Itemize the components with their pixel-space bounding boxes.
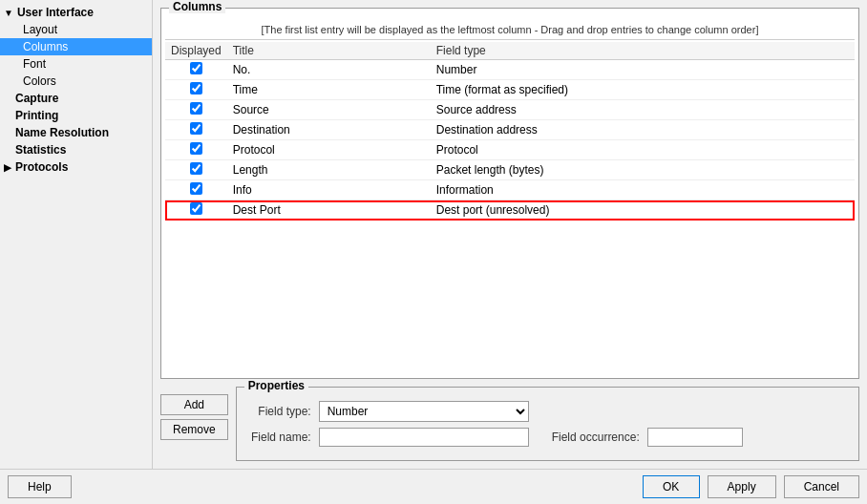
row-field-type: Dest port (unresolved) xyxy=(431,200,855,220)
row-title: Protocol xyxy=(227,140,431,160)
table-row[interactable]: SourceSource address xyxy=(165,100,855,120)
row-title: Time xyxy=(227,80,431,100)
field-name-label: Field name: xyxy=(244,430,311,444)
field-occurrence-label: Field occurrence: xyxy=(552,430,640,444)
help-button[interactable]: Help xyxy=(8,475,72,498)
table-row[interactable]: No.Number xyxy=(165,60,855,80)
field-name-input[interactable] xyxy=(319,428,529,447)
expand-protocols-icon: ▶ xyxy=(4,162,11,173)
row-checkbox[interactable] xyxy=(190,122,202,135)
col-header-title: Title xyxy=(227,42,431,60)
row-field-type: Source address xyxy=(431,100,855,120)
row-title: Destination xyxy=(227,120,431,140)
columns-group-title: Columns xyxy=(169,0,225,13)
footer: Help OK Apply Cancel xyxy=(0,469,867,504)
field-type-label: Field type: xyxy=(244,405,311,418)
row-checkbox[interactable] xyxy=(190,182,202,195)
field-name-row: Field name: Field occurrence: xyxy=(244,428,851,447)
table-row[interactable]: InfoInformation xyxy=(165,180,855,200)
sidebar-item-name-resolution[interactable]: ▶ Name Resolution xyxy=(0,124,152,141)
main-panel: Columns [The first list entry will be di… xyxy=(153,0,867,469)
field-type-select[interactable]: NumberTime (format as specified)Source a… xyxy=(319,401,529,422)
sidebar-group-label: User Interface xyxy=(17,6,94,19)
field-type-select-wrapper: NumberTime (format as specified)Source a… xyxy=(319,401,529,422)
row-checkbox[interactable] xyxy=(190,82,202,94)
sidebar-group-user-interface[interactable]: ▼ User Interface xyxy=(0,4,152,21)
table-row[interactable]: ProtocolProtocol xyxy=(165,140,855,160)
row-title: No. xyxy=(227,60,431,80)
footer-right-buttons: OK Apply Cancel xyxy=(643,475,859,498)
sidebar-item-font[interactable]: Font xyxy=(0,55,152,73)
field-occurrence-input[interactable] xyxy=(647,428,743,447)
checkbox-cell xyxy=(165,100,227,120)
row-title: Source xyxy=(227,100,431,120)
checkbox-cell xyxy=(165,60,227,80)
row-title: Info xyxy=(227,180,431,200)
ok-button[interactable]: OK xyxy=(643,475,700,498)
preferences-dialog: ▼ User Interface Layout Columns Font Col… xyxy=(0,0,867,504)
checkbox-cell xyxy=(165,200,227,220)
expand-icon: ▼ xyxy=(4,8,13,18)
sidebar-item-statistics[interactable]: ▶ Statistics xyxy=(0,141,152,158)
sidebar: ▼ User Interface Layout Columns Font Col… xyxy=(0,0,153,469)
row-checkbox[interactable] xyxy=(190,142,202,155)
sidebar-item-capture[interactable]: ▶ Capture xyxy=(0,90,152,107)
row-title: Dest Port xyxy=(227,200,431,220)
row-field-type: Packet length (bytes) xyxy=(431,160,855,180)
row-field-type: Number xyxy=(431,60,855,80)
properties-group: Properties Field type: NumberTime (forma… xyxy=(236,387,859,461)
sidebar-item-colors[interactable]: Colors xyxy=(0,73,152,90)
sidebar-item-protocols[interactable]: ▶ Protocols xyxy=(0,158,152,176)
dialog-body: ▼ User Interface Layout Columns Font Col… xyxy=(0,0,867,469)
sidebar-item-layout[interactable]: Layout xyxy=(0,21,152,38)
checkbox-cell xyxy=(165,140,227,160)
cancel-button[interactable]: Cancel xyxy=(784,475,859,498)
add-remove-buttons: Add Remove xyxy=(160,387,228,440)
table-row[interactable]: LengthPacket length (bytes) xyxy=(165,160,855,180)
remove-button[interactable]: Remove xyxy=(160,419,228,440)
add-button[interactable]: Add xyxy=(160,394,228,415)
bottom-area: Add Remove Properties Field type: Number… xyxy=(160,387,859,461)
apply-button[interactable]: Apply xyxy=(708,475,776,498)
properties-title: Properties xyxy=(244,379,308,392)
columns-hint: [The first list entry will be displayed … xyxy=(165,22,855,40)
checkbox-cell xyxy=(165,80,227,100)
columns-table: Displayed Title Field type No.NumberTime… xyxy=(165,42,855,220)
row-checkbox[interactable] xyxy=(190,62,202,74)
columns-group: Columns [The first list entry will be di… xyxy=(160,8,859,379)
col-header-field-type: Field type xyxy=(431,42,855,60)
table-row[interactable]: DestinationDestination address xyxy=(165,120,855,140)
row-field-type: Destination address xyxy=(431,120,855,140)
checkbox-cell xyxy=(165,160,227,180)
table-row[interactable]: TimeTime (format as specified) xyxy=(165,80,855,100)
checkbox-cell xyxy=(165,120,227,140)
sidebar-item-printing[interactable]: ▶ Printing xyxy=(0,107,152,124)
sidebar-item-columns[interactable]: Columns xyxy=(0,38,152,55)
row-field-type: Time (format as specified) xyxy=(431,80,855,100)
row-field-type: Protocol xyxy=(431,140,855,160)
row-title: Length xyxy=(227,160,431,180)
columns-scroll-area[interactable]: Displayed Title Field type No.NumberTime… xyxy=(165,42,855,252)
row-checkbox[interactable] xyxy=(190,162,202,175)
field-type-row: Field type: NumberTime (format as specif… xyxy=(244,401,851,422)
checkbox-cell xyxy=(165,180,227,200)
col-header-displayed: Displayed xyxy=(165,42,227,60)
row-field-type: Information xyxy=(431,180,855,200)
row-checkbox[interactable] xyxy=(190,202,202,215)
row-checkbox[interactable] xyxy=(190,102,202,115)
table-row[interactable]: Dest PortDest port (unresolved) xyxy=(165,200,855,220)
